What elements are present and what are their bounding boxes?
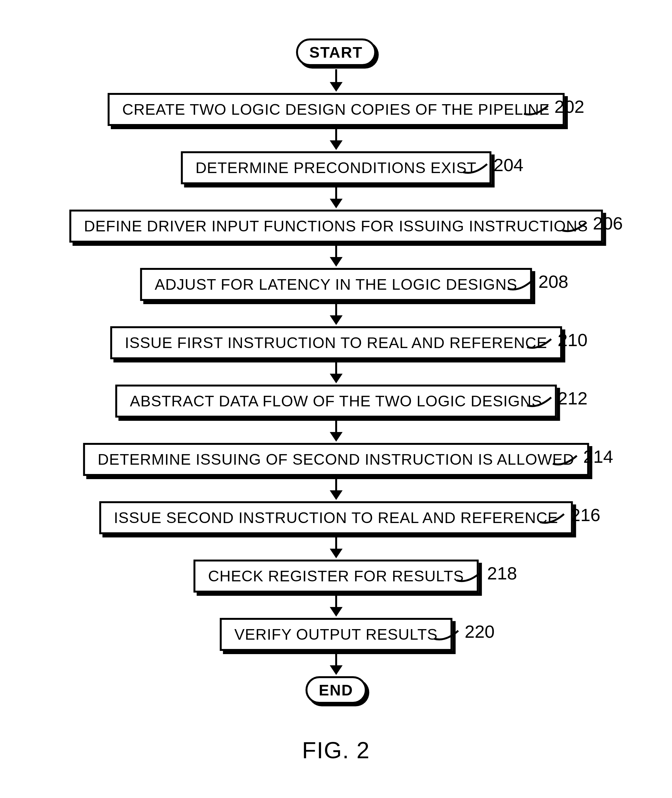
- process-step-5: ISSUE FIRST INSTRUCTION TO REAL AND REFE…: [110, 326, 562, 359]
- refnum-leader-4: [506, 278, 535, 294]
- refnum-leader-7: [551, 453, 580, 469]
- refnum-leader-3: [561, 219, 590, 235]
- end-terminator: END: [306, 676, 366, 704]
- process-step-7: DETERMINE ISSUING OF SECOND INSTRUCTION …: [83, 443, 589, 476]
- process-step-6-text: ABSTRACT DATA FLOW OF THE TWO LOGIC DESI…: [130, 392, 542, 410]
- process-step-2: DETERMINE PRECONDITIONS EXIST: [181, 151, 491, 184]
- refnum-leader-9: [455, 569, 484, 585]
- process-step-9: CHECK REGISTER FOR RESULTS: [193, 560, 479, 593]
- refnum-8: 216: [570, 504, 600, 525]
- refnum-9: 218: [487, 563, 517, 584]
- process-step-10: VERIFY OUTPUT RESULTS: [219, 618, 452, 651]
- figure-caption: FIG. 2: [302, 737, 370, 763]
- process-step-7-text: DETERMINE ISSUING OF SECOND INSTRUCTION …: [98, 451, 574, 468]
- refnum-5: 210: [558, 329, 587, 350]
- refnum-leader-2: [461, 161, 490, 177]
- process-step-9-text: CHECK REGISTER FOR RESULTS: [208, 567, 464, 585]
- refnum-leader-5: [526, 336, 554, 352]
- flowchart-canvas: START CREATE TWO LOGIC DESIGN COPIES OF …: [0, 0, 672, 798]
- end-label: END: [319, 681, 353, 699]
- refnum-3: 206: [593, 213, 622, 233]
- start-terminator: START: [296, 38, 376, 66]
- refnum-2: 204: [493, 155, 523, 175]
- refnum-6: 212: [558, 388, 587, 409]
- refnum-leader-8: [538, 511, 567, 527]
- refnum-leader-10: [433, 627, 461, 643]
- refnum-1: 202: [554, 96, 584, 117]
- process-step-8: ISSUE SECOND INSTRUCTION TO REAL AND REF…: [99, 501, 573, 534]
- refnum-leader-6: [526, 394, 554, 410]
- process-step-2-text: DETERMINE PRECONDITIONS EXIST: [195, 159, 477, 177]
- start-label: START: [309, 43, 362, 61]
- process-step-4: ADJUST FOR LATENCY IN THE LOGIC DESIGNS: [140, 268, 532, 301]
- refnum-10: 220: [465, 621, 494, 642]
- process-step-3-text: DEFINE DRIVER INPUT FUNCTIONS FOR ISSUIN…: [84, 217, 588, 235]
- process-step-3: DEFINE DRIVER INPUT FUNCTIONS FOR ISSUIN…: [69, 209, 603, 243]
- process-step-10-text: VERIFY OUTPUT RESULTS: [234, 625, 437, 643]
- refnum-leader-1: [522, 102, 551, 118]
- process-step-1: CREATE TWO LOGIC DESIGN COPIES OF THE PI…: [107, 93, 564, 126]
- refnum-7: 214: [583, 446, 613, 467]
- process-step-1-text: CREATE TWO LOGIC DESIGN COPIES OF THE PI…: [122, 101, 550, 118]
- refnum-4: 208: [538, 271, 568, 292]
- process-step-4-text: ADJUST FOR LATENCY IN THE LOGIC DESIGNS: [155, 276, 518, 293]
- process-step-5-text: ISSUE FIRST INSTRUCTION TO REAL AND REFE…: [125, 334, 547, 352]
- process-step-6: ABSTRACT DATA FLOW OF THE TWO LOGIC DESI…: [115, 385, 557, 417]
- process-step-8-text: ISSUE SECOND INSTRUCTION TO REAL AND REF…: [114, 509, 558, 526]
